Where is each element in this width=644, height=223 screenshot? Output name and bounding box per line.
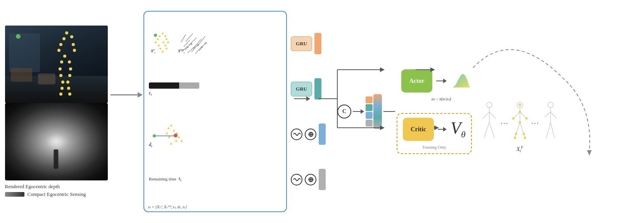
- arrow-to-actor: [397, 81, 397, 81]
- compact-swatch: [5, 192, 24, 197]
- skeleton-dot: [59, 93, 62, 96]
- skeleton-figures-section: ···: [480, 101, 560, 153]
- pc-dot: [162, 33, 164, 34]
- depth-figure: [54, 149, 58, 169]
- row-occupancy: εt: [149, 79, 281, 100]
- svg-line-70: [520, 122, 524, 134]
- svg-marker-25: [380, 67, 385, 72]
- gru1-row: GRU: [291, 33, 326, 54]
- svg-line-64: [493, 134, 494, 138]
- compact-label-item: Compact Egocentric Sensing: [5, 191, 108, 197]
- skeleton-dot: [68, 60, 71, 63]
- svg-point-57: [487, 102, 492, 108]
- actor-critic-section: Actor: [397, 69, 472, 154]
- stacked-bar-gray: [366, 120, 373, 127]
- v-theta-sub: θ: [461, 129, 466, 139]
- svg-line-87: [551, 122, 553, 134]
- critic-box: Critic: [403, 118, 434, 141]
- arrowhead: [443, 127, 447, 132]
- arrow-mlp-fork: [383, 111, 395, 112]
- wave-symbol-1: [291, 129, 302, 140]
- svg-line-89: [553, 134, 555, 138]
- remaining-time-bar: Remaining time τt: [149, 176, 211, 182]
- goal-dot-small: [154, 34, 157, 37]
- svg-point-78: [515, 133, 517, 135]
- wall-detail: [9, 33, 40, 72]
- svg-line-68: [520, 112, 527, 118]
- svg-line-62: [489, 122, 493, 134]
- svg-line-60: [489, 112, 496, 118]
- gru2-block: GRU: [291, 82, 312, 96]
- furniture-1: [11, 68, 32, 82]
- pc-dot: [159, 48, 161, 50]
- gru1-block: GRU: [291, 36, 312, 51]
- concat-circle: C: [337, 105, 351, 118]
- teal-feat-bar: [314, 78, 321, 99]
- pc-dot: [164, 35, 166, 37]
- stacked-bars: [366, 96, 373, 127]
- pc-dot: [166, 132, 168, 134]
- svg-line-44: [199, 42, 206, 51]
- pc-dot: [170, 125, 172, 127]
- svg-point-76: [525, 117, 528, 120]
- tau-processing-row: ⊕: [291, 169, 326, 190]
- occupancy-viz: εt: [149, 79, 211, 100]
- svg-point-74: [519, 111, 521, 113]
- svg-line-88: [546, 133, 548, 138]
- wave-symbol-2: [291, 174, 302, 185]
- epsilon-label: εt: [149, 90, 211, 96]
- remaining-text: Remaining time: [149, 177, 176, 181]
- skeleton-viz-box: XSt: [149, 29, 211, 57]
- svg-point-80: [514, 137, 516, 139]
- line: [436, 81, 443, 81]
- svg-line-84: [545, 112, 551, 117]
- pc-dot: [162, 41, 164, 43]
- pc-dot: [166, 48, 167, 50]
- gru2-row: GRU: [291, 78, 326, 99]
- middle-panel: XSt: [143, 11, 287, 212]
- pc-dot: [173, 130, 175, 132]
- skeleton-dot: [59, 43, 62, 46]
- critic-output-arrow: [438, 127, 447, 132]
- skeleton-dot: [59, 74, 62, 77]
- svg-line-47: [193, 39, 201, 48]
- svg-marker-33: [587, 150, 592, 156]
- h-line-2: [383, 111, 395, 112]
- arrowhead: [361, 109, 364, 114]
- xsd-label: XSDt: [178, 48, 185, 54]
- skeleton-dot: [73, 49, 76, 52]
- skeleton-dot: [57, 49, 60, 52]
- blue-feat-bar: [319, 124, 326, 145]
- skeleton-dot: [69, 67, 72, 70]
- spacer: [397, 81, 397, 81]
- remaining-time-viz: Remaining time τt: [149, 172, 211, 186]
- mlp-block: [373, 94, 382, 129]
- orange-feat-bar: [314, 33, 321, 54]
- mlp-input-bars: [366, 94, 382, 129]
- image-labels: Rendered Egocentric depth Compact Egocen…: [5, 184, 108, 197]
- stacked-bar-blue: [366, 112, 373, 119]
- gaussian-svg: [451, 72, 472, 89]
- skeleton-dot: [68, 93, 71, 96]
- svg-marker-1: [138, 92, 143, 98]
- compact-label-text: Compact Egocentric Sensing: [28, 191, 86, 197]
- pc-dot: [159, 35, 161, 37]
- critic-training-box: Critic Vθ Training Only: [397, 113, 472, 154]
- pc-dot: [158, 45, 160, 46]
- skeleton-dot: [70, 35, 73, 38]
- distribution-shape: [451, 72, 472, 89]
- svg-line-86: [548, 122, 551, 133]
- actor-output-arrow: [436, 79, 447, 83]
- plus-circle-1: ⊕: [305, 129, 316, 140]
- middle-panel-wrapper: XSt: [143, 11, 287, 212]
- svg-point-79: [523, 133, 525, 135]
- row-remaining-time: Remaining time τt: [149, 172, 281, 186]
- stacked-bar-orange: [366, 96, 373, 103]
- xf-label: XtF: [516, 145, 523, 153]
- egocentric-depth-image: [5, 26, 108, 103]
- rendered-label-text: Rendered Egocentric depth: [5, 184, 60, 190]
- pc-dot: [181, 140, 183, 142]
- row-goal-dist: dt: [149, 123, 281, 150]
- pc-dot: [175, 140, 177, 142]
- training-only-label: Training Only: [422, 145, 446, 149]
